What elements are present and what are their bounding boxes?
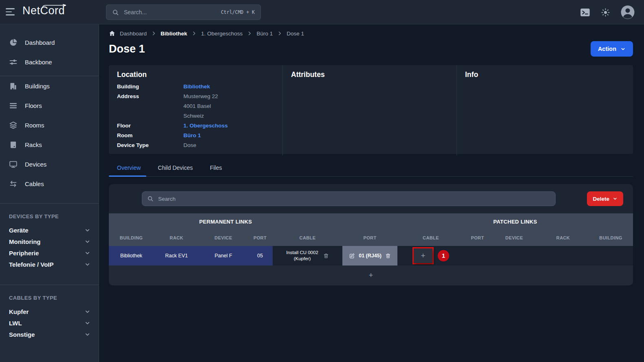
cables-by-type-heading: CABLES BY TYPE <box>0 285 99 306</box>
row-empty-cell <box>538 246 589 265</box>
breadcrumb-buero-1[interactable]: Büro 1 <box>256 31 273 37</box>
room-link[interactable]: Büro 1 <box>183 131 274 140</box>
sidebar-item-dashboard[interactable]: Dashboard <box>0 33 99 52</box>
row-empty-cell <box>589 246 633 265</box>
tab-files[interactable]: Files <box>210 165 222 176</box>
sidebar-item-lwl[interactable]: LWL <box>0 317 99 329</box>
top-bar: NetCord Ctrl/CMD + K <box>0 0 644 24</box>
building-icon <box>9 82 18 90</box>
building-label: Building <box>117 82 183 92</box>
trash-icon[interactable] <box>323 253 329 259</box>
building-link[interactable]: Bibliothek <box>183 82 274 92</box>
chevron-right-icon <box>247 31 252 36</box>
app-logo[interactable]: NetCord <box>22 4 65 17</box>
delete-button[interactable]: Delete <box>587 191 623 206</box>
sidebar-item-monitoring[interactable]: Monitoring <box>0 236 99 247</box>
row-patched-port-cell: 01 (RJ45) <box>342 246 397 265</box>
row-empty-cell <box>491 246 538 265</box>
sidebar-item-telefonie-voip[interactable]: Telefonie / VoIP <box>0 259 99 270</box>
sidebar-item-cables[interactable]: Cables <box>0 174 99 193</box>
chevron-down-icon <box>84 227 90 233</box>
edit-icon[interactable] <box>349 253 355 259</box>
location-panel: Location Building Bibliothek Address Mus… <box>109 65 283 156</box>
tab-overview[interactable]: Overview <box>117 165 141 176</box>
home-icon[interactable] <box>109 30 115 37</box>
add-patch-cable-button[interactable]: + <box>414 248 432 263</box>
add-link-row-button[interactable]: + <box>109 265 633 285</box>
floor-label: Floor <box>117 121 183 131</box>
rack-icon <box>9 140 18 149</box>
page-title: Dose 1 <box>109 43 145 55</box>
terminal-icon[interactable] <box>580 7 591 18</box>
info-panel-title: Info <box>465 70 625 79</box>
sidebar-item-buildings[interactable]: Buildings <box>0 76 99 96</box>
sidebar-item-rooms[interactable]: Rooms <box>0 115 99 135</box>
sidebar-item-label: Cables <box>25 180 44 187</box>
chevron-right-icon <box>192 31 196 36</box>
row-patch-cable-cell: + 1 <box>397 246 464 265</box>
trash-icon[interactable] <box>385 253 391 259</box>
cable-label: Install CU 0002 (Kupfer) <box>286 250 318 262</box>
tab-child-devices[interactable]: Child Devices <box>158 165 193 176</box>
row-empty-cell <box>464 246 491 265</box>
breadcrumb-bibliothek[interactable]: Bibliothek <box>161 31 187 37</box>
chevron-down-icon <box>620 46 626 52</box>
col-header-port: PORT <box>247 230 273 246</box>
sidebar-subitem-label: Kupfer <box>9 308 29 315</box>
links-search-input[interactable] <box>157 195 550 202</box>
sidebar-item-label: Devices <box>25 161 46 168</box>
attributes-panel: Attributes <box>283 65 457 156</box>
floor-link[interactable]: 1. Obergeschoss <box>183 121 274 131</box>
breadcrumb-dashboard[interactable]: Dashboard <box>120 31 147 37</box>
breadcrumb-dose-1[interactable]: Dose 1 <box>287 31 304 37</box>
sidebar-subitem-label: Geräte <box>9 227 29 234</box>
device-type-label: Device Type <box>117 140 183 150</box>
sidebar-item-kupfer[interactable]: Kupfer <box>0 306 99 317</box>
col-header-device: DEVICE <box>491 230 538 246</box>
sidebar-item-peripherie[interactable]: Peripherie <box>0 247 99 259</box>
patched-links-header: PATCHED LINKS <box>397 213 633 230</box>
col-header-port: PORT <box>342 230 397 246</box>
row-building-cell: Bibliothek <box>109 246 154 265</box>
chevron-down-icon <box>613 196 618 201</box>
col-header-rack: RACK <box>538 230 589 246</box>
sidebar-item-backbone[interactable]: Backbone <box>0 52 99 72</box>
sidebar-item-label: Floors <box>25 102 42 109</box>
global-search[interactable]: Ctrl/CMD + K <box>106 4 261 20</box>
action-button-label: Action <box>598 46 616 52</box>
sidebar-item-racks[interactable]: Racks <box>0 135 99 154</box>
address-line: Musterweg 22 <box>183 92 274 101</box>
theme-toggle-sun-icon[interactable] <box>601 8 610 17</box>
links-search[interactable] <box>142 191 556 206</box>
sidebar-item-sonstige[interactable]: Sonstige <box>0 329 99 340</box>
location-panel-title: Location <box>117 70 274 79</box>
pie-chart-icon <box>9 38 18 47</box>
address-label: Address <box>117 92 183 101</box>
col-header-cable: CABLE <box>273 230 342 246</box>
search-icon <box>147 195 154 202</box>
menu-toggle-icon[interactable] <box>6 8 15 18</box>
sidebar-item-geraete[interactable]: Geräte <box>0 224 99 236</box>
permanent-links-header: PERMANENT LINKS <box>109 213 342 230</box>
sidebar-item-floors[interactable]: Floors <box>0 96 99 115</box>
row-device-cell: Panel F <box>199 246 247 265</box>
sidebar-item-label: Racks <box>25 141 42 148</box>
col-header-cable: CABLE <box>397 230 464 246</box>
cables-arrows-icon <box>9 180 18 188</box>
chevron-down-icon <box>84 250 90 256</box>
col-header-port: PORT <box>464 230 491 246</box>
user-avatar[interactable] <box>620 5 635 20</box>
sidebar-subitem-label: LWL <box>9 320 22 327</box>
col-header-building: BUILDING <box>589 230 633 246</box>
patched-port-label: 01 (RJ45) <box>359 253 382 259</box>
sidebar-item-devices[interactable]: Devices <box>0 154 99 174</box>
sidebar-item-label: Buildings <box>25 83 50 90</box>
breadcrumb: Dashboard Bibliothek 1. Obergeschoss Bür… <box>109 24 633 34</box>
action-button[interactable]: Action <box>591 41 633 57</box>
global-search-input[interactable] <box>123 9 217 16</box>
annotation-highlight-box: + <box>412 247 434 264</box>
sliders-icon <box>9 58 18 66</box>
search-shortcut-hint: Ctrl/CMD + K <box>221 9 255 15</box>
chevron-right-icon <box>151 31 156 36</box>
breadcrumb-obergeschoss[interactable]: 1. Obergeschoss <box>201 31 243 37</box>
